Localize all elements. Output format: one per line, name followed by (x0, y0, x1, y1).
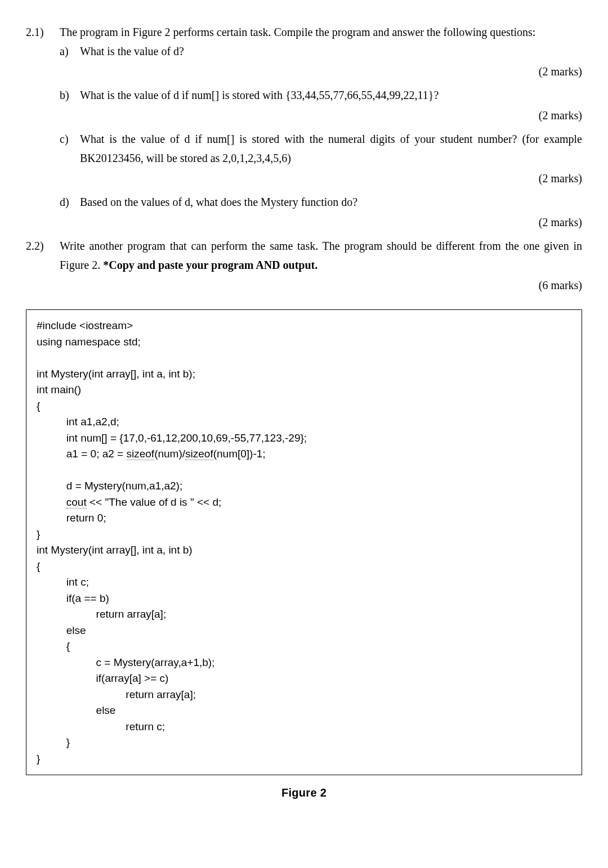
code-line: int a1,a2,d; (37, 416, 119, 428)
code-line: #include <iostream> (37, 320, 133, 331)
code-line: else (37, 704, 115, 716)
code-line-part (37, 496, 66, 508)
q21-d-row: d) Based on the values of d, what does t… (26, 192, 582, 212)
code-line: { (37, 560, 40, 572)
q22-text: Write another program that can perform t… (60, 236, 582, 275)
code-line: using namespace std; (37, 336, 141, 348)
figure-2-code: #include <iostream> using namespace std;… (26, 309, 582, 775)
q21-d-letter: d) (60, 192, 80, 212)
q22-number: 2.2) (26, 236, 60, 255)
q21-a-letter: a) (60, 42, 80, 61)
code-line: return 0; (37, 512, 106, 524)
q22-row: 2.2) Write another program that can perf… (26, 236, 582, 275)
code-line: if(a == b) (37, 592, 109, 604)
q21-number: 2.1) (26, 23, 60, 42)
code-line: return c; (37, 721, 165, 732)
q21-b-letter: b) (60, 86, 80, 105)
q22-marks: (6 marks) (26, 276, 582, 295)
q21-c-marks: (2 marks) (26, 169, 582, 188)
q21-b-marks: (2 marks) (26, 106, 582, 125)
question-2-1: 2.1) The program in Figure 2 performs ce… (26, 23, 582, 232)
code-line: int num[] = {17,0,-61,12,200,10,69,-55,7… (37, 432, 307, 444)
code-line: c = Mystery(array,a+1,b); (37, 656, 214, 668)
code-line: } (37, 528, 40, 540)
code-line: } (37, 736, 70, 748)
q21-d-marks: (2 marks) (26, 213, 582, 232)
code-cout: cout (66, 496, 87, 509)
code-line: int Mystery(int array[], int a, int b) (37, 544, 193, 556)
code-line: else (37, 624, 86, 636)
code-sizeof: sizeof (127, 448, 155, 460)
code-line: return array[a]; (37, 689, 196, 700)
code-line: int Mystery(int array[], int a, int b); (37, 368, 195, 380)
q21-d-text: Based on the values of d, what does the … (80, 192, 582, 212)
code-line: { (37, 400, 40, 412)
q21-intro-row: 2.1) The program in Figure 2 performs ce… (26, 23, 582, 42)
q21-a-marks: (2 marks) (26, 62, 582, 81)
q21-a-row: a) What is the value of d? (26, 42, 582, 61)
q21-c-text: What is the value of d if num[] is store… (80, 129, 582, 168)
code-line: int c; (37, 576, 89, 588)
q21-c-row: c) What is the value of d if num[] is st… (26, 129, 582, 168)
q21-a-text: What is the value of d? (80, 42, 582, 61)
code-line: int main() (37, 384, 81, 395)
code-line-part: << "The value of d is " << d; (87, 496, 222, 508)
figure-label: Figure 2 (26, 783, 582, 802)
code-line-part: (num[0])-1; (213, 448, 266, 460)
code-sizeof: sizeof (185, 448, 213, 460)
q21-intro: The program in Figure 2 performs certain… (60, 23, 582, 42)
question-2-2: 2.2) Write another program that can perf… (26, 236, 582, 295)
code-line-part: a1 = 0; a2 = (37, 448, 127, 460)
code-line: if(array[a] >= c) (37, 672, 168, 684)
code-line: return array[a]; (37, 608, 166, 620)
q21-b-text: What is the value of d if num[] is store… (80, 86, 582, 105)
code-line: d = Mystery(num,a1,a2); (37, 480, 182, 492)
q21-c-letter: c) (60, 129, 80, 149)
code-line: { (37, 640, 70, 652)
q22-text-bold: *Copy and paste your program AND output. (103, 259, 318, 271)
code-line-part: (num)/ (154, 448, 185, 460)
code-line: } (37, 753, 40, 764)
q21-b-row: b) What is the value of d if num[] is st… (26, 86, 582, 105)
